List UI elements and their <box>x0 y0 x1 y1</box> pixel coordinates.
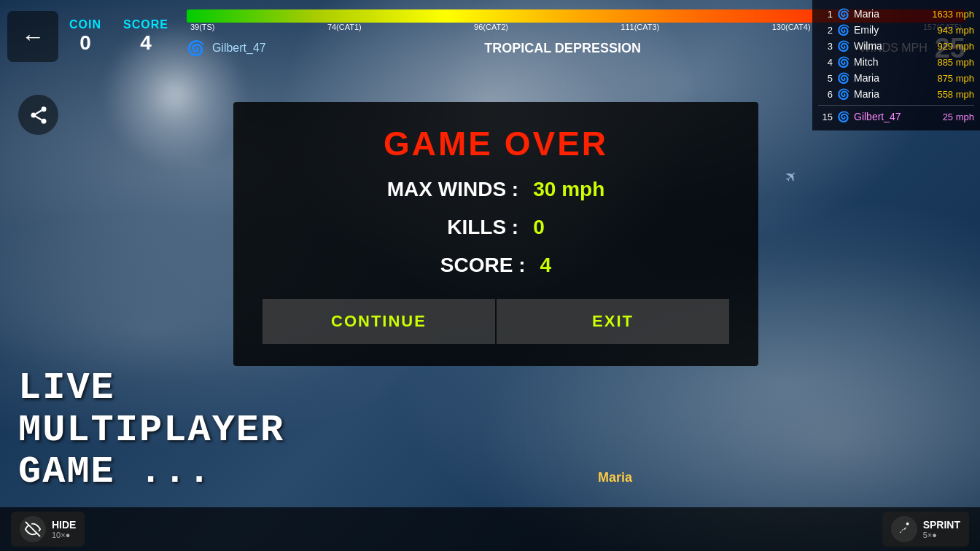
hide-button[interactable]: HIDE 10×● <box>11 512 85 547</box>
sprint-sub: 5×● <box>923 531 960 539</box>
lb-rank-6: 6 <box>818 89 833 100</box>
kills-value: 0 <box>533 216 545 239</box>
coin-label: COIN <box>69 18 101 31</box>
lb-divider <box>818 105 974 106</box>
wind-marker-1: 39(TS) <box>190 23 215 31</box>
lb-icon-5: 🌀 <box>837 72 849 84</box>
lb-icon-1: 🌀 <box>837 8 849 20</box>
lb-row-3: 3 🌀 Wilma 929 mph <box>812 38 980 54</box>
storm-category: TROPICAL DEPRESSION <box>273 41 852 56</box>
bottom-bar: HIDE 10×● SPRINT 5×● <box>0 507 980 551</box>
lb-icon-2: 🌀 <box>837 24 849 36</box>
game-over-modal: GAME OVER MAX WINDS : 30 mph KILLS : 0 S… <box>233 102 758 366</box>
continue-button[interactable]: CONTINUE <box>262 299 495 344</box>
lb-row-5: 5 🌀 Maria 875 mph <box>812 70 980 86</box>
back-button[interactable]: ← <box>7 11 58 62</box>
score-label: SCORE <box>123 18 168 31</box>
lb-name-4: Mitch <box>854 56 933 68</box>
lb-speed-3: 929 mph <box>937 41 974 52</box>
wind-marker-2: 74(CAT1) <box>327 23 362 31</box>
score-row: SCORE : 4 <box>262 254 729 277</box>
lb-row-2: 2 🌀 Emily 943 mph <box>812 22 980 38</box>
modal-score-label: SCORE : <box>440 254 526 277</box>
hide-label: HIDE <box>52 519 76 531</box>
hurricane-small-icon: 🌀 <box>187 39 205 57</box>
wind-marker-5: 130(CAT4) <box>772 23 811 31</box>
share-icon <box>28 105 49 125</box>
svg-line-4 <box>36 110 42 114</box>
maria-map-label: Maria <box>598 470 632 485</box>
player-name-bar: Gilbert_47 <box>212 42 266 55</box>
lb-rank-4: 4 <box>818 57 833 68</box>
svg-point-1 <box>31 112 36 117</box>
score-block: SCORE 4 <box>123 18 168 55</box>
lb-row-6: 6 🌀 Maria 558 mph <box>812 86 980 102</box>
wind-marker-3: 96(CAT2) <box>474 23 508 31</box>
hide-icon <box>20 516 46 542</box>
sprint-button[interactable]: SPRINT 5×● <box>882 512 969 547</box>
leaderboard-panel: 1 🌀 Maria 1633 mph 2 🌀 Emily 943 mph 3 🌀… <box>812 0 980 130</box>
share-button[interactable] <box>18 95 58 135</box>
lb-name-3: Wilma <box>854 40 933 52</box>
hide-text: HIDE 10×● <box>52 519 76 540</box>
lb-player-name: Gilbert_47 <box>854 111 938 122</box>
exit-button[interactable]: EXIT <box>497 299 729 344</box>
max-winds-row: MAX WINDS : 30 mph <box>262 178 729 201</box>
max-winds-label: MAX WINDS : <box>387 178 518 201</box>
kills-label: KILLS : <box>447 216 518 239</box>
lb-icon-3: 🌀 <box>837 40 849 52</box>
lb-rank-5: 5 <box>818 73 833 84</box>
lb-player-row: 15 🌀 Gilbert_47 25 mph <box>812 109 980 125</box>
lb-speed-5: 875 mph <box>937 73 974 84</box>
svg-line-3 <box>36 116 42 120</box>
live-line2: MULTIPLAYER <box>18 410 284 451</box>
lb-rank-3: 3 <box>818 41 833 52</box>
lb-rank-1: 1 <box>818 9 833 20</box>
modal-score-value: 4 <box>540 254 552 277</box>
hide-sub: 10×● <box>52 531 76 539</box>
lb-icon-4: 🌀 <box>837 56 849 68</box>
lb-name-6: Maria <box>854 88 933 100</box>
back-icon: ← <box>21 23 44 50</box>
sprint-label: SPRINT <box>923 519 960 531</box>
wind-marker-4: 111(CAT3) <box>621 23 659 31</box>
lb-row-4: 4 🌀 Mitch 885 mph <box>812 54 980 70</box>
score-value: 4 <box>140 31 152 55</box>
coin-score-area: COIN 0 SCORE 4 <box>69 18 168 55</box>
lb-rank-2: 2 <box>818 25 833 36</box>
lb-player-rank: 15 <box>818 112 833 122</box>
lb-name-5: Maria <box>854 72 933 84</box>
lb-player-speed: 25 mph <box>943 112 974 122</box>
lb-speed-2: 943 mph <box>937 25 974 36</box>
live-line3: GAME ... <box>18 451 284 493</box>
lb-speed-4: 885 mph <box>937 57 974 68</box>
svg-point-0 <box>41 106 46 112</box>
sprint-text: SPRINT 5×● <box>923 519 960 540</box>
game-over-title: GAME OVER <box>384 124 608 163</box>
max-winds-value: 30 mph <box>533 178 604 201</box>
lb-player-icon: 🌀 <box>837 111 849 122</box>
lb-row-1: 1 🌀 Maria 1633 mph <box>812 6 980 22</box>
lb-name-2: Emily <box>854 24 933 36</box>
coin-value: 0 <box>79 31 91 55</box>
sprint-icon <box>891 516 917 542</box>
lb-speed-1: 1633 mph <box>932 9 974 20</box>
svg-point-6 <box>906 523 909 525</box>
modal-buttons: CONTINUE EXIT <box>262 299 729 344</box>
lb-icon-6: 🌀 <box>837 88 849 100</box>
live-multiplayer-text: LIVE MULTIPLAYER GAME ... <box>18 367 284 493</box>
coin-block: COIN 0 <box>69 18 101 55</box>
live-line1: LIVE <box>18 367 284 409</box>
lb-speed-6: 558 mph <box>937 89 974 100</box>
svg-point-2 <box>41 118 46 123</box>
lb-name-1: Maria <box>854 8 928 20</box>
kills-row: KILLS : 0 <box>262 216 729 239</box>
